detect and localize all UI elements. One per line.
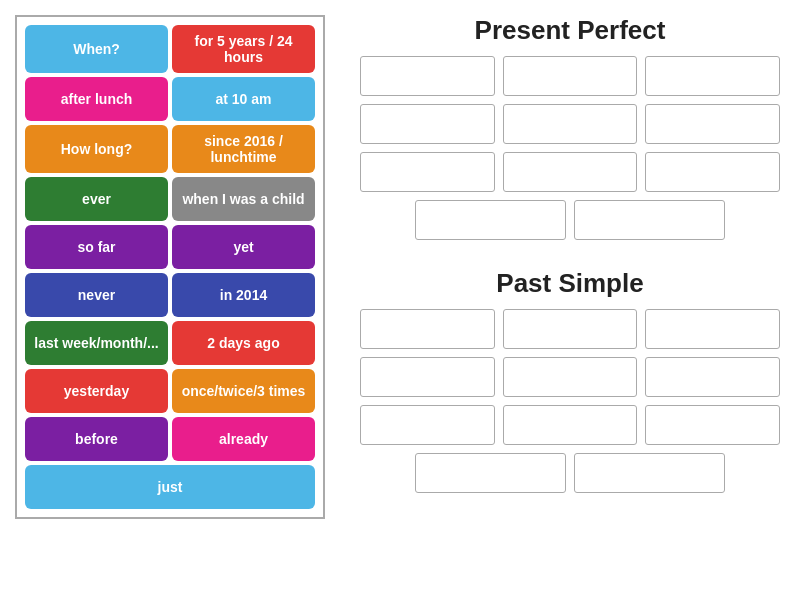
ps-drop-3[interactable] [645,309,780,349]
ps-drop-2[interactable] [503,309,638,349]
word-tile-at10am[interactable]: at 10 am [172,77,315,121]
pp-drop-6[interactable] [645,104,780,144]
ps-drop-5[interactable] [503,357,638,397]
word-tile-when[interactable]: When? [25,25,168,73]
ps-drop-8[interactable] [503,405,638,445]
pp-drop-5[interactable] [503,104,638,144]
pp-row2 [360,104,780,144]
pp-drop-10[interactable] [415,200,566,240]
word-tile-for5years[interactable]: for 5 years / 24 hours [172,25,315,73]
past-simple-title: Past Simple [360,268,780,299]
word-tile-already[interactable]: already [172,417,315,461]
pp-drop-3[interactable] [645,56,780,96]
word-tile-in2014[interactable]: in 2014 [172,273,315,317]
word-tile-oncetwice[interactable]: once/twice/3 times [172,369,315,413]
word-tile-howlong[interactable]: How long? [25,125,168,173]
ps-drop-1[interactable] [360,309,495,349]
ps-drop-10[interactable] [415,453,566,493]
word-tile-yet[interactable]: yet [172,225,315,269]
pp-drop-11[interactable] [574,200,725,240]
word-tile-yesterday[interactable]: yesterday [25,369,168,413]
word-grid: When?for 5 years / 24 hoursafter lunchat… [15,15,325,519]
pp-row3 [360,152,780,192]
ps-row3 [360,405,780,445]
ps-drop-4[interactable] [360,357,495,397]
word-tile-whenchild[interactable]: when I was a child [172,177,315,221]
pp-row4 [360,200,780,240]
pp-drop-1[interactable] [360,56,495,96]
pp-drop-8[interactable] [503,152,638,192]
word-tile-2daysago[interactable]: 2 days ago [172,321,315,365]
pp-drop-9[interactable] [645,152,780,192]
word-tile-since2016[interactable]: since 2016 / lunchtime [172,125,315,173]
right-panel: Present Perfect Past Simple [340,0,800,600]
left-panel: When?for 5 years / 24 hoursafter lunchat… [0,0,340,600]
ps-drop-11[interactable] [574,453,725,493]
ps-row2 [360,357,780,397]
pp-drop-4[interactable] [360,104,495,144]
ps-drop-7[interactable] [360,405,495,445]
ps-row4 [360,453,780,493]
ps-row1 [360,309,780,349]
word-tile-ever[interactable]: ever [25,177,168,221]
pp-drop-2[interactable] [503,56,638,96]
present-perfect-title: Present Perfect [360,15,780,46]
word-tile-sofar[interactable]: so far [25,225,168,269]
pp-row1 [360,56,780,96]
word-tile-never[interactable]: never [25,273,168,317]
word-tile-afterlunch[interactable]: after lunch [25,77,168,121]
ps-drop-6[interactable] [645,357,780,397]
ps-drop-9[interactable] [645,405,780,445]
word-tile-lastweek[interactable]: last week/month/... [25,321,168,365]
word-tile-just[interactable]: just [25,465,315,509]
pp-drop-7[interactable] [360,152,495,192]
word-tile-before[interactable]: before [25,417,168,461]
